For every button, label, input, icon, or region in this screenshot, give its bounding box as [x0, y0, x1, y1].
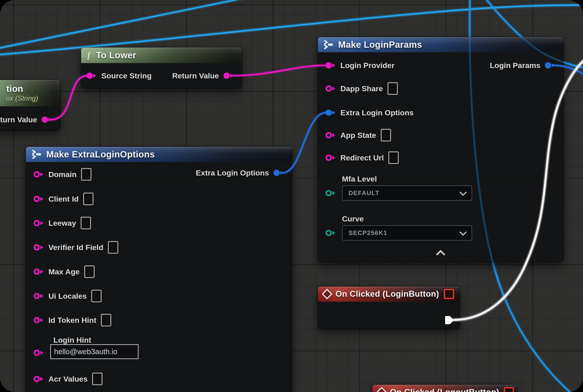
input-pin-curve[interactable] — [326, 230, 336, 236]
node-on-clicked-logout-button[interactable]: On Clicked (LogoutButton) — [372, 385, 517, 392]
node-header[interactable]: On Clicked (LoginButton) — [318, 286, 460, 302]
mfa-level-label: Mfa Level — [342, 174, 377, 184]
acr-values-checkbox[interactable] — [92, 373, 102, 385]
wire-to-lower-to-login-provider[interactable] — [233, 65, 326, 76]
input-pin-client-id[interactable] — [34, 196, 44, 202]
input-pin-extra-login-options[interactable] — [326, 109, 336, 116]
node-title: To Lower — [96, 50, 136, 60]
login-hint-label: Login Hint — [54, 336, 91, 344]
make-struct-icon — [31, 149, 42, 159]
collapse-advanced-chevron-icon[interactable] — [436, 250, 445, 259]
pin-label-ui-locales: Ui Locales — [48, 292, 87, 300]
ui-locales-checkbox[interactable] — [91, 290, 102, 302]
node-header[interactable]: Make LoginParams — [318, 37, 564, 52]
app-state-checkbox[interactable] — [381, 129, 391, 142]
input-pin-verifier-id-field[interactable] — [34, 244, 44, 251]
pin-label-domain: Domain — [48, 170, 76, 179]
node-header[interactable]: On Clicked (LogoutButton) — [372, 385, 517, 392]
pin-label-return-value: Return Value — [172, 72, 219, 80]
input-pin-redirect-url[interactable] — [326, 154, 336, 161]
node-title: On Clicked (LoginButton) — [336, 289, 439, 299]
function-icon: ƒ — [86, 50, 92, 60]
output-pin-return-value[interactable] — [42, 116, 52, 123]
pin-label-max-age: Max Age — [48, 268, 80, 276]
pin-label-login-provider: Login Provider — [340, 61, 394, 70]
chevron-down-icon — [459, 188, 467, 196]
input-pin-source-string[interactable] — [86, 72, 97, 79]
node-title: Make ExtraLoginOptions — [46, 149, 155, 160]
input-pin-domain[interactable] — [34, 171, 44, 178]
node-title: tion — [6, 84, 23, 94]
event-icon — [376, 387, 387, 392]
input-pin-id-token-hint[interactable] — [34, 317, 44, 324]
delegate-pin[interactable] — [504, 387, 514, 392]
node-make-login-params[interactable]: Make LoginParams Login Params Login Prov… — [318, 37, 564, 262]
wire-cyan-1[interactable] — [0, 0, 248, 48]
input-pin-app-state[interactable] — [326, 132, 336, 138]
pin-label-leeway: Leeway — [48, 219, 76, 228]
node-on-clicked-login-button[interactable]: On Clicked (LoginButton) — [318, 286, 460, 329]
mfa-level-value: DEFAULT — [348, 190, 380, 197]
pin-label-verifier-id-field: Verifier Id Field — [48, 243, 104, 252]
input-pin-leeway[interactable] — [34, 220, 44, 226]
mfa-level-dropdown[interactable]: DEFAULT — [342, 186, 472, 201]
node-header[interactable]: tion ox (String) — [0, 80, 60, 106]
input-pin-login-hint[interactable] — [34, 350, 44, 356]
pin-label-source-string: Source String — [101, 72, 152, 80]
output-pin-return-value[interactable] — [224, 72, 234, 79]
event-icon — [322, 288, 332, 300]
node-make-extra-login-options[interactable]: Make ExtraLoginOptions Extra Login Optio… — [26, 147, 292, 392]
node-header[interactable]: Make ExtraLoginOptions — [26, 147, 292, 162]
curve-label: Curve — [342, 214, 364, 223]
node-title: Make LoginParams — [338, 40, 422, 50]
exec-output-pin[interactable] — [445, 316, 454, 324]
pin-label-acr-values: Acr Values — [48, 375, 88, 384]
id-token-hint-checkbox[interactable] — [101, 314, 111, 326]
input-pin-login-provider[interactable] — [326, 62, 336, 69]
input-pin-acr-values[interactable] — [34, 376, 44, 382]
node-to-lower[interactable]: ƒ To Lower Source String Return Value — [81, 48, 242, 88]
chevron-down-icon — [459, 228, 467, 236]
node-header[interactable]: ƒ To Lower — [81, 48, 242, 63]
delegate-pin[interactable] — [444, 289, 454, 299]
node-partial-target[interactable]: tion ox (String) Return Value — [0, 80, 60, 130]
pin-label-login-params-out: Login Params — [490, 61, 540, 70]
pin-label-client-id: Client Id — [48, 195, 78, 204]
pin-label-app-state: App State — [340, 131, 376, 140]
dapp-share-checkbox[interactable] — [388, 82, 398, 95]
pin-label-id-token-hint: Id Token Hint — [48, 316, 96, 325]
pin-label-return-value: Return Value — [0, 115, 37, 124]
curve-dropdown[interactable]: SECP256K1 — [342, 225, 472, 240]
redirect-url-checkbox[interactable] — [388, 152, 399, 164]
input-pin-mfa-level[interactable] — [326, 190, 336, 196]
curve-value: SECP256K1 — [348, 229, 387, 236]
max-age-checkbox[interactable] — [84, 266, 94, 278]
blueprint-graph-canvas[interactable]: tion ox (String) Return Value ƒ To Lower… — [0, 0, 583, 392]
verifier-id-field-checkbox[interactable] — [108, 241, 118, 254]
input-pin-max-age[interactable] — [34, 268, 44, 275]
output-pin-login-params[interactable] — [545, 62, 555, 69]
node-title: On Clicked (LogoutButton) — [390, 388, 499, 392]
make-struct-icon — [323, 40, 334, 50]
pin-label-redirect-url: Redirect Url — [340, 154, 384, 162]
login-hint-input[interactable] — [50, 344, 138, 359]
client-id-checkbox[interactable] — [83, 192, 94, 205]
input-pin-dapp-share[interactable] — [326, 85, 336, 92]
pin-label-dapp-share: Dapp Share — [340, 84, 383, 93]
pin-label-extra-login-options: Extra Login Options — [340, 108, 414, 117]
node-subtitle: ox (String) — [6, 94, 38, 102]
domain-checkbox[interactable] — [81, 168, 92, 181]
input-pin-ui-locales[interactable] — [34, 293, 44, 300]
leeway-checkbox[interactable] — [81, 217, 91, 229]
